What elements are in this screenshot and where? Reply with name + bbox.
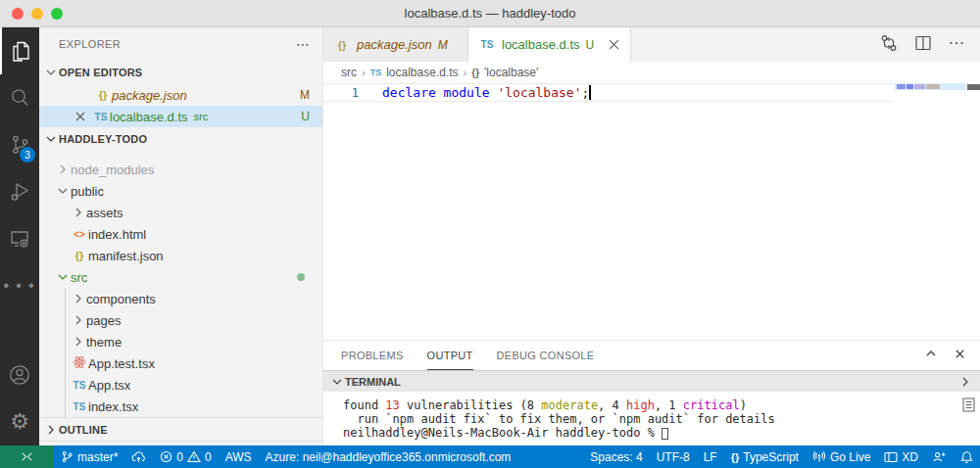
typescript-icon: TS (370, 68, 382, 77)
more-views-icon[interactable]: • • • (0, 262, 39, 309)
explorer-actions-icon[interactable]: ⋯ (296, 36, 311, 52)
close-tab-icon[interactable] (608, 38, 620, 51)
open-editor-package-json[interactable]: {} package.json M (39, 84, 322, 106)
publish-changes-button[interactable] (124, 445, 153, 468)
breadcrumb-src[interactable]: src (341, 66, 357, 79)
minimap[interactable] (895, 83, 966, 90)
chevron-right-icon (71, 312, 86, 328)
titlebar: localbase.d.ts — haddley-todo (0, 0, 980, 27)
encoding-status[interactable]: UTF-8 (650, 445, 697, 468)
status-bar: master* 0 0 AWS Azure: neil@haddleyoffic… (0, 445, 980, 468)
chevron-down-icon (55, 269, 71, 285)
remote-indicator[interactable] (0, 445, 54, 468)
code-editor[interactable]: 1 declare module 'localbase'; (323, 83, 980, 340)
activity-bar: 3 • • • ⚙ (0, 27, 39, 445)
typescript-icon: TS (71, 380, 88, 391)
breadcrumb-file[interactable]: localbase.d.ts (386, 66, 458, 79)
notifications-bell-icon[interactable] (954, 445, 980, 468)
chevron-down-icon (55, 183, 71, 199)
tree-item-app-tsx[interactable]: TS App.tsx (39, 374, 322, 396)
tab-output[interactable]: OUTPUT (427, 341, 473, 370)
minimap-chip (926, 84, 940, 89)
tab-package-json[interactable]: {} package.json M (323, 27, 468, 62)
terminal-section-header[interactable]: TERMINAL (323, 370, 980, 392)
window-title: localbase.d.ts — haddley-todo (405, 6, 576, 21)
bottom-panel: PROBLEMS OUTPUT DEBUG CONSOLE TERMINAL f… (323, 340, 980, 445)
terminal[interactable]: found 13 vulnerabilities (8 moderate, 4 … (323, 392, 980, 445)
split-editor-icon[interactable] (913, 33, 933, 57)
tab-bar: {} package.json M TS localbase.d.ts U (323, 27, 980, 62)
close-icon[interactable] (73, 109, 88, 124)
tree-item-src[interactable]: src (39, 266, 322, 288)
tab-label: localbase.d.ts (502, 37, 580, 52)
source-control-icon[interactable]: 3 (0, 121, 39, 168)
code-line-1: 1 declare module 'localbase'; (323, 83, 894, 102)
tree-item-index-tsx[interactable]: TS index.tsx (39, 396, 322, 417)
breadcrumb-symbol[interactable]: 'localbase' (484, 66, 538, 79)
open-changes-icon[interactable] (878, 32, 900, 58)
open-editor-localbase[interactable]: TS localbase.d.ts src U (39, 106, 322, 127)
tree-item-public[interactable]: public (39, 180, 322, 202)
aws-status[interactable]: AWS (219, 445, 259, 468)
react-test-icon (71, 355, 88, 371)
problems-status[interactable]: 0 0 (153, 445, 218, 468)
tree-item-app-test-tsx[interactable]: App.test.tsx (39, 352, 322, 374)
minimap-chip (897, 84, 906, 89)
panel-tab-bar: PROBLEMS OUTPUT DEBUG CONSOLE (323, 341, 980, 370)
open-editors-header[interactable]: OPEN EDITORS (39, 61, 322, 84)
tab-debug-console[interactable]: DEBUG CONSOLE (497, 341, 595, 370)
azure-account-status[interactable]: Azure: neil@haddleyoffice365.onmicrosoft… (259, 445, 518, 468)
accounts-icon[interactable] (0, 351, 39, 398)
more-actions-icon[interactable] (947, 33, 966, 57)
tab-label: package.json (357, 37, 432, 52)
project-header[interactable]: HADDLEY-TODO (39, 127, 322, 151)
go-live-button[interactable]: Go Live (806, 445, 877, 468)
tab-problems[interactable]: PROBLEMS (341, 341, 404, 370)
terminal-list-icon[interactable] (962, 398, 975, 412)
modified-badge: M (438, 38, 448, 52)
xd-status[interactable]: XD (877, 445, 925, 468)
sidebar-title-row: EXPLORER ⋯ (39, 27, 322, 61)
warning-count: 0 (205, 450, 212, 464)
tree-item-node-modules[interactable]: node_modules (39, 159, 322, 180)
language-mode-status[interactable]: {} TypeScript (724, 445, 806, 468)
git-branch-status[interactable]: master* (54, 445, 124, 468)
outline-header[interactable]: OUTLINE (39, 417, 322, 441)
tree-item-theme[interactable]: theme (39, 331, 322, 352)
expand-terminal-groups-icon[interactable] (958, 375, 980, 389)
explorer-icon[interactable] (0, 27, 39, 74)
text-cursor (589, 85, 591, 100)
eol-status[interactable]: LF (697, 445, 724, 468)
tree-item-assets[interactable]: assets (39, 202, 322, 223)
editor-region: {} package.json M TS localbase.d.ts U sr… (323, 27, 980, 445)
minimap-chip (906, 84, 913, 89)
close-panel-icon[interactable] (954, 347, 966, 364)
html-icon: <> (71, 229, 88, 240)
maximize-panel-icon[interactable] (924, 347, 938, 364)
minimize-window-button[interactable] (31, 8, 43, 20)
chevron-right-icon (71, 205, 86, 220)
close-window-button[interactable] (12, 8, 24, 20)
symbol-module-icon: {} (471, 68, 479, 78)
minimap-chip (914, 84, 925, 89)
tree-item-index-html[interactable]: <> index.html (39, 223, 322, 245)
search-icon[interactable] (0, 74, 39, 121)
tree-item-components[interactable]: components (39, 288, 322, 309)
tree-item-manifest-json[interactable]: {} manifest.json (39, 245, 322, 266)
untracked-badge: U (301, 110, 310, 123)
tab-localbase-d-ts[interactable]: TS localbase.d.ts U (468, 27, 631, 62)
terminal-cursor (662, 428, 668, 440)
terminal-line-1: found 13 vulnerabilities (8 moderate, 4 … (343, 398, 980, 412)
remote-explorer-icon[interactable] (0, 215, 39, 262)
overview-ruler-cursor-mark (967, 84, 980, 90)
run-debug-icon[interactable] (0, 168, 39, 215)
typescript-icon: TS (478, 39, 496, 50)
settings-gear-icon[interactable]: ⚙ (0, 398, 39, 445)
modified-badge: M (300, 88, 310, 102)
zoom-window-button[interactable] (51, 8, 63, 20)
feedback-icon[interactable] (925, 445, 954, 468)
indentation-status[interactable]: Spaces: 4 (583, 445, 649, 468)
panel-actions (924, 347, 980, 364)
tree-item-pages[interactable]: pages (39, 309, 322, 331)
chevron-right-icon (71, 334, 86, 350)
